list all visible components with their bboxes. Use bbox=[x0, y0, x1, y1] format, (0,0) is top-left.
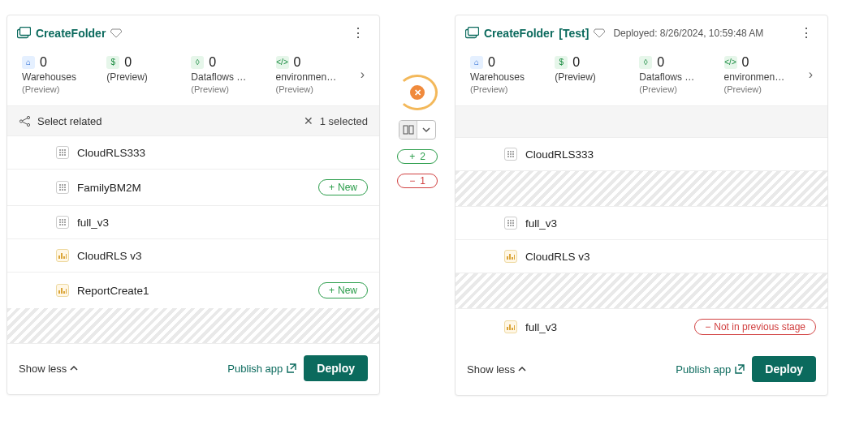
svg-point-40 bbox=[510, 153, 512, 155]
item-row[interactable]: ReportCreate1+New bbox=[7, 273, 379, 308]
svg-point-21 bbox=[62, 189, 63, 191]
diff-added-pill[interactable]: +2 bbox=[397, 149, 438, 164]
svg-rect-32 bbox=[404, 126, 408, 134]
svg-point-25 bbox=[64, 219, 66, 221]
empty-slot bbox=[456, 273, 827, 309]
svg-point-47 bbox=[512, 220, 514, 221]
workspace-name[interactable]: CreateFolder bbox=[484, 27, 554, 40]
item-row[interactable]: full_v3 bbox=[456, 207, 827, 240]
svg-point-2 bbox=[27, 116, 29, 118]
svg-point-17 bbox=[59, 187, 61, 188]
svg-point-5 bbox=[59, 149, 61, 151]
report-icon bbox=[56, 249, 69, 262]
minus-icon: − bbox=[409, 175, 415, 187]
svg-point-8 bbox=[59, 152, 61, 153]
svg-point-22 bbox=[64, 189, 66, 191]
svg-point-52 bbox=[510, 225, 512, 226]
svg-point-19 bbox=[64, 187, 66, 188]
stats-scroll-right[interactable]: › bbox=[809, 67, 813, 82]
item-row[interactable]: full_v3 bbox=[7, 206, 379, 239]
item-row[interactable]: full_v3−Not in previous stage bbox=[456, 309, 827, 345]
svg-point-39 bbox=[507, 153, 509, 155]
show-less-toggle[interactable]: Show less bbox=[467, 363, 526, 376]
item-row[interactable]: CloudRLS v3 bbox=[456, 240, 827, 273]
new-badge: +New bbox=[318, 282, 368, 298]
svg-point-23 bbox=[59, 219, 61, 221]
chevron-down-icon[interactable] bbox=[417, 121, 435, 139]
item-name: CloudRLS v3 bbox=[77, 250, 142, 262]
svg-point-43 bbox=[510, 156, 512, 157]
svg-point-29 bbox=[59, 224, 61, 225]
item-list: CloudRLS333full_v3CloudRLS v3full_v3−Not… bbox=[456, 138, 827, 345]
svg-point-14 bbox=[59, 184, 61, 186]
svg-point-41 bbox=[512, 153, 514, 155]
select-related-label[interactable]: Select related bbox=[37, 115, 102, 127]
svg-point-11 bbox=[59, 154, 61, 156]
svg-point-3 bbox=[19, 119, 22, 122]
svg-point-50 bbox=[512, 222, 514, 224]
svg-point-13 bbox=[64, 154, 66, 156]
compare-view-toggle[interactable] bbox=[399, 120, 436, 140]
svg-point-9 bbox=[62, 152, 63, 153]
new-badge: +New bbox=[318, 179, 368, 195]
report-icon bbox=[504, 320, 517, 333]
item-row[interactable]: FamilyBM2M+New bbox=[7, 170, 379, 206]
workspace-name[interactable]: CreateFolder bbox=[36, 27, 106, 40]
compare-columns-icon[interactable] bbox=[399, 121, 417, 139]
diff-removed-pill[interactable]: −1 bbox=[397, 174, 438, 188]
select-related-bar: Select related ✕ 1 selected bbox=[7, 105, 379, 136]
svg-rect-1 bbox=[20, 28, 31, 36]
select-bar-empty bbox=[456, 105, 827, 138]
compare-column: ✕ +2 −1 bbox=[388, 15, 447, 188]
workspace-icon bbox=[465, 27, 479, 39]
stats-scroll-right[interactable]: › bbox=[361, 67, 365, 82]
svg-point-46 bbox=[510, 220, 512, 221]
svg-point-27 bbox=[62, 221, 63, 223]
environment-icon: </> bbox=[276, 56, 289, 69]
stage-card-dev: CreateFolder ⋮ ⌂0Warehouses(Preview) $0(… bbox=[6, 15, 380, 395]
svg-rect-33 bbox=[409, 126, 413, 134]
svg-point-10 bbox=[64, 152, 66, 153]
item-row[interactable]: CloudRLS v3 bbox=[7, 239, 379, 273]
card-more-button[interactable]: ⋮ bbox=[347, 22, 369, 44]
svg-point-20 bbox=[59, 189, 61, 191]
item-row[interactable]: CloudRLS333 bbox=[456, 138, 827, 171]
publish-app-link[interactable]: Publish app bbox=[676, 363, 745, 376]
item-name: CloudRLS333 bbox=[525, 148, 594, 161]
dataflow-icon: ◊ bbox=[191, 56, 204, 69]
item-name: full_v3 bbox=[525, 321, 557, 333]
svg-point-6 bbox=[62, 149, 63, 151]
report-icon bbox=[56, 284, 69, 297]
dataset-icon bbox=[504, 217, 517, 230]
item-name: CloudRLS333 bbox=[77, 147, 145, 159]
svg-point-37 bbox=[510, 151, 512, 152]
report-icon bbox=[504, 250, 517, 263]
deploy-button[interactable]: Deploy bbox=[752, 356, 816, 382]
svg-rect-35 bbox=[469, 28, 479, 36]
open-external-icon bbox=[734, 363, 745, 375]
plus-icon: + bbox=[329, 182, 335, 193]
card-more-button[interactable]: ⋮ bbox=[795, 22, 818, 44]
publish-app-link[interactable]: Publish app bbox=[227, 363, 297, 375]
item-row[interactable]: CloudRLS333 bbox=[7, 136, 379, 170]
warehouse-icon: ⌂ bbox=[22, 56, 35, 69]
empty-slot bbox=[7, 308, 379, 344]
item-name: full_v3 bbox=[77, 217, 109, 229]
sync-status-badge[interactable]: ✕ bbox=[397, 75, 438, 110]
svg-point-24 bbox=[62, 219, 63, 221]
deploy-button[interactable]: Deploy bbox=[304, 355, 368, 381]
svg-point-49 bbox=[510, 222, 512, 224]
svg-point-15 bbox=[62, 184, 63, 186]
item-name: FamilyBM2M bbox=[77, 182, 141, 194]
open-external-icon bbox=[286, 363, 297, 374]
dataset-icon bbox=[504, 148, 517, 161]
svg-point-48 bbox=[507, 222, 509, 224]
preview-icon: $ bbox=[106, 56, 119, 69]
show-less-toggle[interactable]: Show less bbox=[19, 363, 78, 375]
dataset-icon bbox=[56, 146, 69, 159]
svg-point-16 bbox=[64, 184, 66, 186]
item-list: CloudRLS333FamilyBM2M+Newfull_v3CloudRLS… bbox=[7, 136, 379, 308]
svg-point-30 bbox=[62, 224, 63, 225]
deployed-timestamp: Deployed: 8/26/2024, 10:59:48 AM bbox=[613, 28, 763, 39]
clear-selection-icon[interactable]: ✕ bbox=[304, 114, 313, 127]
